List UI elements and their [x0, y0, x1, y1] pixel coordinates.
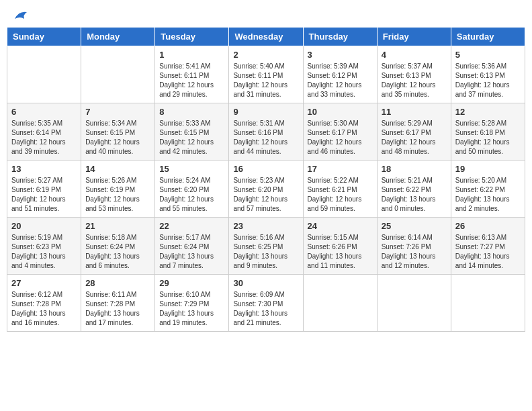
- header: [7, 7, 525, 21]
- day-number: 1: [159, 50, 224, 60]
- calendar-cell: 14Sunrise: 5:26 AMSunset: 6:19 PMDayligh…: [81, 161, 155, 218]
- calendar-cell: 30Sunrise: 6:09 AMSunset: 7:30 PMDayligh…: [229, 275, 303, 332]
- calendar-cell: 29Sunrise: 6:10 AMSunset: 7:29 PMDayligh…: [155, 275, 229, 332]
- day-info: Sunrise: 5:37 AMSunset: 6:13 PMDaylight:…: [382, 62, 447, 99]
- day-info: Sunrise: 5:31 AMSunset: 6:16 PMDaylight:…: [233, 119, 298, 156]
- day-number: 15: [159, 164, 224, 174]
- day-info: Sunrise: 5:21 AMSunset: 6:22 PMDaylight:…: [382, 176, 447, 214]
- calendar-cell: 26Sunrise: 6:13 AMSunset: 7:27 PMDayligh…: [451, 218, 525, 275]
- day-number: 26: [455, 221, 521, 231]
- day-info: Sunrise: 6:12 AMSunset: 7:28 PMDaylight:…: [11, 290, 77, 328]
- calendar-cell: [377, 275, 451, 332]
- calendar-cell: 19Sunrise: 5:20 AMSunset: 6:22 PMDayligh…: [451, 161, 525, 218]
- calendar-cell: 5Sunrise: 5:36 AMSunset: 6:13 PMDaylight…: [451, 46, 525, 103]
- day-number: 25: [382, 221, 447, 231]
- day-number: 8: [159, 107, 224, 117]
- day-number: 19: [455, 164, 521, 174]
- day-number: 4: [382, 50, 447, 60]
- day-info: Sunrise: 5:40 AMSunset: 6:11 PMDaylight:…: [233, 62, 298, 99]
- day-info: Sunrise: 6:13 AMSunset: 7:27 PMDaylight:…: [455, 233, 521, 271]
- calendar-header-row: SundayMondayTuesdayWednesdayThursdayFrid…: [7, 28, 525, 46]
- day-info: Sunrise: 6:09 AMSunset: 7:30 PMDaylight:…: [233, 290, 298, 328]
- calendar-cell: 3Sunrise: 5:39 AMSunset: 6:12 PMDaylight…: [303, 46, 377, 103]
- day-info: Sunrise: 5:22 AMSunset: 6:21 PMDaylight:…: [308, 176, 373, 214]
- calendar-cell: 7Sunrise: 5:34 AMSunset: 6:15 PMDaylight…: [81, 103, 155, 161]
- logo: [12, 9, 28, 19]
- day-info: Sunrise: 5:23 AMSunset: 6:20 PMDaylight:…: [233, 176, 298, 214]
- calendar-cell: 13Sunrise: 5:27 AMSunset: 6:19 PMDayligh…: [7, 161, 81, 218]
- calendar-cell: 16Sunrise: 5:23 AMSunset: 6:20 PMDayligh…: [229, 161, 303, 218]
- day-info: Sunrise: 5:36 AMSunset: 6:13 PMDaylight:…: [455, 62, 521, 99]
- calendar-cell: 23Sunrise: 5:16 AMSunset: 6:25 PMDayligh…: [229, 218, 303, 275]
- day-number: 22: [159, 221, 224, 231]
- calendar-cell: 4Sunrise: 5:37 AMSunset: 6:13 PMDaylight…: [377, 46, 451, 103]
- calendar-cell: 11Sunrise: 5:29 AMSunset: 6:17 PMDayligh…: [377, 103, 451, 161]
- day-info: Sunrise: 6:14 AMSunset: 7:26 PMDaylight:…: [382, 233, 447, 271]
- day-header-wednesday: Wednesday: [229, 28, 303, 46]
- day-number: 11: [382, 107, 447, 117]
- day-header-monday: Monday: [81, 28, 155, 46]
- calendar-week-row: 6Sunrise: 5:35 AMSunset: 6:14 PMDaylight…: [7, 103, 525, 161]
- day-number: 3: [308, 50, 373, 60]
- day-info: Sunrise: 5:35 AMSunset: 6:14 PMDaylight:…: [11, 119, 77, 156]
- calendar-cell: [7, 46, 81, 103]
- day-number: 21: [85, 221, 150, 231]
- calendar-cell: 17Sunrise: 5:22 AMSunset: 6:21 PMDayligh…: [303, 161, 377, 218]
- calendar-cell: 8Sunrise: 5:33 AMSunset: 6:15 PMDaylight…: [155, 103, 229, 161]
- calendar-cell: [81, 46, 155, 103]
- day-number: 18: [382, 164, 447, 174]
- day-info: Sunrise: 5:39 AMSunset: 6:12 PMDaylight:…: [308, 62, 373, 99]
- day-number: 12: [455, 107, 521, 117]
- calendar-cell: 2Sunrise: 5:40 AMSunset: 6:11 PMDaylight…: [229, 46, 303, 103]
- calendar-cell: 21Sunrise: 5:18 AMSunset: 6:24 PMDayligh…: [81, 218, 155, 275]
- calendar-cell: 1Sunrise: 5:41 AMSunset: 6:11 PMDaylight…: [155, 46, 229, 103]
- day-info: Sunrise: 5:30 AMSunset: 6:17 PMDaylight:…: [308, 119, 373, 156]
- day-number: 20: [11, 221, 77, 231]
- day-number: 27: [11, 278, 77, 288]
- calendar-week-row: 13Sunrise: 5:27 AMSunset: 6:19 PMDayligh…: [7, 161, 525, 218]
- day-number: 10: [308, 107, 373, 117]
- day-number: 28: [85, 278, 150, 288]
- day-info: Sunrise: 5:18 AMSunset: 6:24 PMDaylight:…: [85, 233, 150, 271]
- calendar: SundayMondayTuesdayWednesdayThursdayFrid…: [7, 27, 525, 332]
- day-number: 17: [308, 164, 373, 174]
- day-header-sunday: Sunday: [7, 28, 81, 46]
- calendar-week-row: 27Sunrise: 6:12 AMSunset: 7:28 PMDayligh…: [7, 275, 525, 332]
- day-header-friday: Friday: [377, 28, 451, 46]
- day-info: Sunrise: 5:16 AMSunset: 6:25 PMDaylight:…: [233, 233, 298, 271]
- day-info: Sunrise: 5:34 AMSunset: 6:15 PMDaylight:…: [85, 119, 150, 156]
- day-info: Sunrise: 5:27 AMSunset: 6:19 PMDaylight:…: [11, 176, 77, 214]
- day-number: 29: [159, 278, 224, 288]
- calendar-cell: [303, 275, 377, 332]
- day-info: Sunrise: 5:17 AMSunset: 6:24 PMDaylight:…: [159, 233, 224, 271]
- day-number: 23: [233, 221, 298, 231]
- calendar-cell: 22Sunrise: 5:17 AMSunset: 6:24 PMDayligh…: [155, 218, 229, 275]
- day-info: Sunrise: 5:15 AMSunset: 6:26 PMDaylight:…: [308, 233, 373, 271]
- day-info: Sunrise: 5:20 AMSunset: 6:22 PMDaylight:…: [455, 176, 521, 214]
- calendar-cell: 28Sunrise: 6:11 AMSunset: 7:28 PMDayligh…: [81, 275, 155, 332]
- day-number: 5: [455, 50, 521, 60]
- calendar-cell: 12Sunrise: 5:28 AMSunset: 6:18 PMDayligh…: [451, 103, 525, 161]
- calendar-cell: 18Sunrise: 5:21 AMSunset: 6:22 PMDayligh…: [377, 161, 451, 218]
- calendar-cell: 10Sunrise: 5:30 AMSunset: 6:17 PMDayligh…: [303, 103, 377, 161]
- day-header-tuesday: Tuesday: [155, 28, 229, 46]
- day-info: Sunrise: 5:19 AMSunset: 6:23 PMDaylight:…: [11, 233, 77, 271]
- day-number: 30: [233, 278, 298, 288]
- calendar-cell: 9Sunrise: 5:31 AMSunset: 6:16 PMDaylight…: [229, 103, 303, 161]
- calendar-week-row: 20Sunrise: 5:19 AMSunset: 6:23 PMDayligh…: [7, 218, 525, 275]
- day-info: Sunrise: 5:33 AMSunset: 6:15 PMDaylight:…: [159, 119, 224, 156]
- day-number: 16: [233, 164, 298, 174]
- day-number: 7: [85, 107, 150, 117]
- calendar-cell: [451, 275, 525, 332]
- day-number: 13: [11, 164, 77, 174]
- calendar-cell: 15Sunrise: 5:24 AMSunset: 6:20 PMDayligh…: [155, 161, 229, 218]
- calendar-cell: 25Sunrise: 6:14 AMSunset: 7:26 PMDayligh…: [377, 218, 451, 275]
- day-number: 9: [233, 107, 298, 117]
- calendar-week-row: 1Sunrise: 5:41 AMSunset: 6:11 PMDaylight…: [7, 46, 525, 103]
- day-info: Sunrise: 6:10 AMSunset: 7:29 PMDaylight:…: [159, 290, 224, 328]
- calendar-cell: 20Sunrise: 5:19 AMSunset: 6:23 PMDayligh…: [7, 218, 81, 275]
- day-info: Sunrise: 5:28 AMSunset: 6:18 PMDaylight:…: [455, 119, 521, 156]
- day-info: Sunrise: 6:11 AMSunset: 7:28 PMDaylight:…: [85, 290, 150, 328]
- day-header-saturday: Saturday: [451, 28, 525, 46]
- day-header-thursday: Thursday: [303, 28, 377, 46]
